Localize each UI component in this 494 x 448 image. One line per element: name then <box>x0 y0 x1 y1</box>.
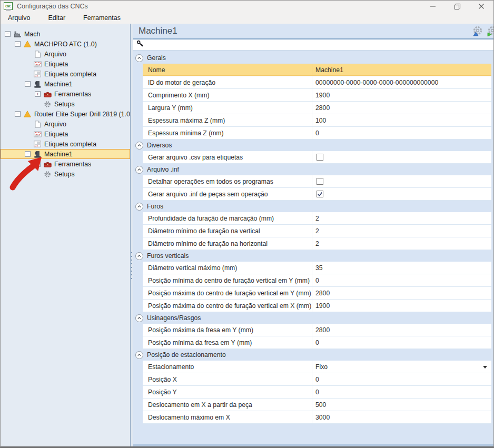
prop-row-id-do-motor-de-geracao[interactable]: ID do motor de geração00000000-0000-0000… <box>143 76 491 89</box>
collapse-icon[interactable]: − <box>25 81 31 87</box>
prop-value[interactable] <box>312 188 491 200</box>
prop-value[interactable]: 2800 <box>312 287 491 299</box>
prop-value[interactable]: 0 <box>312 274 491 286</box>
tree-item-etiqueta[interactable]: Etiqueta <box>1 59 130 69</box>
prop-row-posicao-maxima-do-centro-de-furacao-vertical-em-y-mm[interactable]: Posição máxima do centro de furação vert… <box>143 287 491 300</box>
chevron-up-icon[interactable] <box>135 142 143 150</box>
collapse-icon[interactable]: − <box>25 151 31 157</box>
chevron-up-icon[interactable] <box>135 252 143 260</box>
tree-item-machine1[interactable]: −Machine1 <box>1 79 130 89</box>
prop-value[interactable]: 2800 <box>312 102 491 114</box>
prop-value[interactable]: 0 <box>312 373 491 385</box>
tree-item-setups[interactable]: Setups <box>1 169 130 179</box>
prop-row-diametro-vertical-maximo-mm[interactable]: Diâmetro vertical máximo (mm)35 <box>143 262 491 274</box>
prop-value[interactable]: 0 <box>312 386 491 398</box>
prop-row-profundidade-da-furacao-de-marcacao-mm[interactable]: Profundidade da furação de marcação (mm)… <box>143 212 491 225</box>
prop-row-diametro-minimo-de-furacao-na-horizontal[interactable]: Diâmetro mínimo de furação na horizontal… <box>143 237 491 250</box>
prop-value[interactable]: 0 <box>312 336 491 349</box>
prop-value[interactable]: 100 <box>312 114 491 126</box>
prop-label: Posição máxima do centro de furação vert… <box>143 287 312 299</box>
chevron-up-icon[interactable] <box>135 351 143 359</box>
dropdown-caret-icon[interactable] <box>483 366 487 369</box>
prop-value[interactable]: 0 <box>312 127 491 139</box>
checkbox-unchecked[interactable] <box>317 178 323 185</box>
tree-item-setups[interactable]: Setups <box>1 99 130 109</box>
prop-row-detalhar-operacoes-em-todos-os-programas[interactable]: Detalhar operações em todos os programas <box>143 175 491 188</box>
prop-row-posicao-minima-da-fresa-em-y-mm[interactable]: Posição mínima da fresa em Y (mm)0 <box>143 336 491 349</box>
prop-value[interactable] <box>312 175 491 187</box>
prop-row-deslocamento-maximo-em-x[interactable]: Deslocamento máximo em X3000 <box>143 411 491 424</box>
splitter-grip-icon[interactable] <box>131 252 132 282</box>
tree-item-machpro-atc-1-0[interactable]: −MACHPRO ATC (1.0) <box>1 39 130 49</box>
prop-row-estacionamento[interactable]: EstacionamentoFixo <box>143 361 491 373</box>
tree-item-arquivo[interactable]: Arquivo <box>1 49 130 59</box>
prop-value[interactable]: 1900 <box>312 89 491 101</box>
prop-row-largura-y-mm[interactable]: Largura Y (mm)2800 <box>143 102 491 114</box>
section-header-usinagens-rasgos[interactable]: Usinagens/Rasgos <box>133 312 491 324</box>
checkbox-checked[interactable] <box>317 191 323 197</box>
tree-item-ferramentas[interactable]: +Ferramentas <box>1 89 130 99</box>
prop-row-comprimento-x-mm[interactable]: Comprimento X (mm)1900 <box>143 89 491 102</box>
prop-value[interactable]: 35 <box>312 262 491 274</box>
prop-row-posicao-minima-do-centro-de-furacao-vertical-em-y-mm[interactable]: Posição mínima do centro de furação vert… <box>143 274 491 287</box>
collapse-icon[interactable]: − <box>5 31 11 37</box>
section-header-gerais[interactable]: Gerais <box>133 52 491 64</box>
prop-row-posicao-x[interactable]: Posição X0 <box>143 373 491 386</box>
prop-row-espessura-maxima-z-mm[interactable]: Espessura máxima Z (mm)100 <box>143 114 491 127</box>
tree: −Mach−MACHPRO ATC (1.0)ArquivoEtiquetaEt… <box>1 29 130 179</box>
expand-icon[interactable]: + <box>35 91 41 97</box>
prop-row-posicao-y[interactable]: Posição Y0 <box>143 386 491 399</box>
prop-value[interactable]: 2800 <box>312 324 491 336</box>
prop-value[interactable]: 2 <box>312 237 491 250</box>
checkbox-unchecked[interactable] <box>317 154 323 161</box>
prop-value[interactable] <box>312 151 491 163</box>
prop-value[interactable]: 3000 <box>312 411 491 423</box>
prop-label: Largura Y (mm) <box>143 102 312 114</box>
section-header-arquivo-inf[interactable]: Arquivo .inf <box>133 164 491 175</box>
tree-item-machine1[interactable]: −Machine1 <box>1 149 130 159</box>
section-header-furos-verticais[interactable]: Furos verticais <box>133 250 491 262</box>
expand-icon[interactable]: + <box>35 161 41 167</box>
section-header-furos[interactable]: Furos <box>133 201 491 212</box>
prop-value[interactable]: Fixo <box>312 361 491 373</box>
prop-value[interactable]: 00000000-0000-0000-0000-000000000000 <box>312 76 491 88</box>
menu-arquivo[interactable]: Arquivo <box>6 13 32 23</box>
close-button[interactable] <box>469 1 493 12</box>
chevron-up-icon[interactable] <box>135 166 143 174</box>
section-header-posicao-de-estacionamento[interactable]: Posição de estacionamento <box>133 349 491 361</box>
minimize-button[interactable] <box>421 1 445 12</box>
collapse-icon[interactable]: − <box>15 41 21 47</box>
prop-value[interactable]: 500 <box>312 399 491 411</box>
tree-item-arquivo[interactable]: Arquivo <box>1 119 130 129</box>
section-header-diversos[interactable]: Diversos <box>133 140 491 151</box>
prop-row-gerar-arquivo-csv-para-etiquetas[interactable]: Gerar arquivo .csv para etiquetas <box>143 151 491 164</box>
tree-item-router-elite-super-drill-2819-1-0[interactable]: −Router Elite Super Drill 2819 (1.0) <box>1 109 130 119</box>
tree-item-etiqueta[interactable]: Etiqueta <box>1 129 130 139</box>
prop-row-posicao-maxima-da-fresa-em-y-mm[interactable]: Posição máxima da fresa em Y (mm)2800 <box>143 324 491 336</box>
prop-value[interactable]: 1900 <box>312 300 491 312</box>
prop-value[interactable]: Machine1 <box>312 64 491 76</box>
gear-upload-icon[interactable] <box>472 25 483 37</box>
prop-row-deslocamento-em-x-a-partir-da-peca[interactable]: Deslocamento em X a partir da peça500 <box>143 399 491 411</box>
menu-ferramentas[interactable]: Ferramentas <box>81 13 123 23</box>
prop-row-posicao-maxima-do-centro-de-furacao-vertical-em-x-mm[interactable]: Posição máxima do centro de furação vert… <box>143 300 491 312</box>
prop-row-nome[interactable]: NomeMachine1 <box>143 64 491 76</box>
tree-item-ferramentas[interactable]: +Ferramentas <box>1 159 130 169</box>
collapse-icon[interactable]: − <box>15 111 21 117</box>
tree-item-mach[interactable]: −Mach <box>1 29 130 39</box>
prop-row-diametro-minimo-de-furacao-na-vertical[interactable]: Diâmetro mínimo de furação na vertical2 <box>143 225 491 237</box>
restore-button[interactable] <box>445 1 469 12</box>
chevron-up-icon[interactable] <box>135 314 143 322</box>
prop-row-espessura-minima-z-mm[interactable]: Espessura mínima Z (mm)0 <box>143 127 491 140</box>
filter-input[interactable] <box>147 41 493 49</box>
prop-value[interactable]: 2 <box>312 225 491 237</box>
prop-row-gerar-arquivo-inf-de-pecas-sem-operacao[interactable]: Gerar arquivo .inf de peças sem operação <box>143 188 491 201</box>
menu-editar[interactable]: Editar <box>46 13 67 23</box>
gear-add-icon[interactable] <box>487 25 493 37</box>
tree-item-etiqueta-completa[interactable]: Etiqueta completa <box>1 69 130 79</box>
prop-value[interactable]: 2 <box>312 212 491 224</box>
chevron-up-icon[interactable] <box>135 203 143 211</box>
tree-item-label: Arquivo <box>44 51 70 58</box>
tree-item-etiqueta-completa[interactable]: Etiqueta completa <box>1 139 130 149</box>
chevron-up-icon[interactable] <box>135 54 143 62</box>
